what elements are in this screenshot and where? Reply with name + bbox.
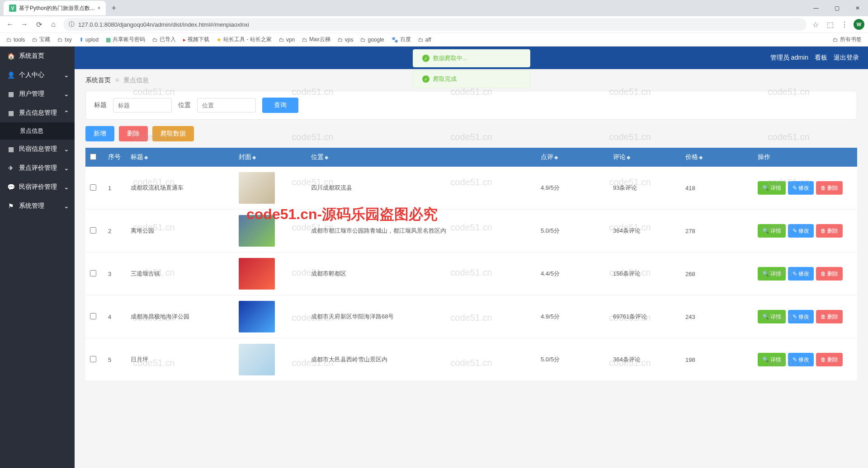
browser-tab[interactable]: V 基于Python的热门旅游景点数... × <box>4 1 106 15</box>
cell-reviews: 69761条评论 <box>609 295 681 338</box>
bookmark-item[interactable]: 🗀tools <box>4 36 28 44</box>
address-bar: ← → ⟳ ⌂ ⓘ 127.0.0.1:8080/djangoqo04n/adm… <box>0 16 868 33</box>
row-delete-button[interactable]: 🗑删除 <box>816 224 843 238</box>
col-title[interactable]: 标题◆ <box>126 148 234 167</box>
row-checkbox[interactable] <box>90 356 96 362</box>
new-tab-button[interactable]: + <box>106 4 122 13</box>
sidebar-item-system[interactable]: ⚑ 系统管理 <box>0 197 75 215</box>
row-checkbox[interactable] <box>90 313 96 319</box>
row-delete-button[interactable]: 🗑删除 <box>816 181 843 195</box>
select-all-checkbox[interactable] <box>90 154 96 160</box>
cell-index: 1 <box>104 167 126 210</box>
close-window-icon[interactable]: ✕ <box>847 0 868 16</box>
profile-avatar[interactable]: W <box>854 19 864 30</box>
detail-button[interactable]: 🔍详情 <box>758 224 786 238</box>
menu-icon[interactable]: ⋮ <box>839 19 850 30</box>
share-icon[interactable]: ☆ <box>810 19 821 30</box>
sidebar-item-users[interactable]: ▦ 用户管理 <box>0 84 75 103</box>
app-container: 🏠 系统首页 👤 个人中心 ▦ 用户管理 ▦ 景点信息管理 景点信息 ▦ 民宿信… <box>0 47 868 468</box>
user-label[interactable]: 管理员 admin <box>770 54 808 62</box>
sidebar-item-personal[interactable]: 👤 个人中心 <box>0 66 75 84</box>
bookmark-item[interactable]: 🗀vpn <box>276 36 297 44</box>
bookmark-item[interactable]: 🐾百度 <box>389 35 414 44</box>
bookmark-item[interactable]: ⬆uplod <box>76 36 101 44</box>
search-label-title: 标题 <box>94 101 107 109</box>
bookmark-item[interactable]: 🗀宝藏 <box>29 35 53 44</box>
col-cover[interactable]: 封面◆ <box>234 148 307 167</box>
bookmark-item[interactable]: ▸视频下载 <box>180 35 212 44</box>
sidebar-item-homestay-review[interactable]: 💬 民宿评价管理 <box>0 178 75 197</box>
maximize-icon[interactable]: ▢ <box>826 0 847 16</box>
forward-icon[interactable]: → <box>18 18 31 31</box>
search-icon: 🔍 <box>762 356 769 363</box>
col-rating[interactable]: 点评◆ <box>536 148 609 167</box>
site-info-icon[interactable]: ⓘ <box>69 20 75 28</box>
cell-cover <box>234 167 307 210</box>
col-index[interactable]: 序号 <box>104 148 126 167</box>
back-icon[interactable]: ← <box>4 18 16 31</box>
col-location[interactable]: 位置◆ <box>307 148 536 167</box>
dashboard-link[interactable]: 看板 <box>815 54 827 62</box>
trash-icon: 🗑 <box>821 185 826 191</box>
logout-link[interactable]: 退出登录 <box>834 54 859 62</box>
detail-button[interactable]: 🔍详情 <box>758 267 786 281</box>
window-controls: — ▢ ✕ <box>806 0 868 16</box>
edit-button[interactable]: ✎修改 <box>788 267 814 281</box>
detail-button[interactable]: 🔍详情 <box>758 353 786 366</box>
home-icon[interactable]: ⌂ <box>47 18 60 31</box>
sidebar-item-home[interactable]: 🏠 系统首页 <box>0 47 75 66</box>
col-reviews[interactable]: 评论◆ <box>609 148 681 167</box>
table-row: 5 日月坪 成都市大邑县西岭雪山景区内 5.0/5分 364条评论 198 🔍详… <box>85 338 857 381</box>
bookmark-item[interactable]: 🗀Max云梯 <box>299 35 333 44</box>
minimize-icon[interactable]: — <box>806 0 826 16</box>
cell-index: 4 <box>104 295 126 338</box>
edit-button[interactable]: ✎修改 <box>788 224 814 238</box>
edit-icon: ✎ <box>793 228 797 234</box>
bookmark-item[interactable]: ★站长工具 - 站长之家 <box>214 35 274 44</box>
edit-button[interactable]: ✎修改 <box>788 353 814 366</box>
row-delete-button[interactable]: 🗑删除 <box>816 267 843 281</box>
edit-button[interactable]: ✎修改 <box>788 310 814 323</box>
sidebar-subitem-attraction-info[interactable]: 景点信息 <box>0 122 75 140</box>
all-bookmarks[interactable]: 🗀所有书签 <box>830 35 864 44</box>
bookmark-item[interactable]: ▦共享账号密码 <box>103 35 148 44</box>
row-delete-button[interactable]: 🗑删除 <box>816 310 843 323</box>
sidebar-item-attractions[interactable]: ▦ 景点信息管理 <box>0 103 75 122</box>
search-input-title[interactable] <box>113 98 172 112</box>
bookmark-item[interactable]: 🗀aff <box>415 36 434 44</box>
row-delete-button[interactable]: 🗑删除 <box>816 353 843 366</box>
bookmark-item[interactable]: 🗀vps <box>335 36 356 44</box>
row-checkbox[interactable] <box>90 270 96 276</box>
row-checkbox[interactable] <box>90 184 96 191</box>
sidebar-item-attraction-review[interactable]: ✈ 景点评价管理 <box>0 159 75 178</box>
table-header: 序号 标题◆ 封面◆ 位置◆ 点评◆ 评论◆ 价格◆ 操作 <box>85 148 857 167</box>
data-table: 序号 标题◆ 封面◆ 位置◆ 点评◆ 评论◆ 价格◆ 操作 1 成都双流机场直通… <box>85 148 857 381</box>
row-checkbox[interactable] <box>90 227 96 234</box>
bookmark-item[interactable]: 🗀txy <box>55 36 74 44</box>
query-button[interactable]: 查询 <box>262 98 298 113</box>
breadcrumb-root[interactable]: 系统首页 <box>85 76 111 84</box>
col-price[interactable]: 价格◆ <box>681 148 753 167</box>
cell-location: 成都市郫都区 <box>307 253 536 295</box>
tab-bar: V 基于Python的热门旅游景点数... × + — ▢ ✕ <box>0 0 868 16</box>
search-input-location[interactable] <box>197 98 256 112</box>
folder-icon: 🗀 <box>833 37 838 43</box>
delete-button[interactable]: 删除 <box>119 126 148 141</box>
folder-icon: 🗀 <box>418 37 424 43</box>
crawl-button[interactable]: 爬取数据 <box>152 126 194 141</box>
folder-icon: 🗀 <box>360 37 366 43</box>
sidebar-item-homestay[interactable]: ▦ 民宿信息管理 <box>0 140 75 159</box>
url-bar[interactable]: ⓘ 127.0.0.1:8080/djangoqo04n/admin/dist/… <box>63 18 807 31</box>
detail-button[interactable]: 🔍详情 <box>758 310 786 323</box>
row-actions: 🔍详情 ✎修改 🗑删除 <box>758 267 853 281</box>
edit-button[interactable]: ✎修改 <box>788 181 814 195</box>
extensions-icon[interactable]: ⬚ <box>825 19 835 30</box>
detail-button[interactable]: 🔍详情 <box>758 181 786 195</box>
toast-text: 爬取完成 <box>433 75 457 83</box>
bookmark-item[interactable]: 🗀google <box>358 36 387 44</box>
bookmark-item[interactable]: 🗀已导入 <box>150 35 179 44</box>
tab-close-icon[interactable]: × <box>97 5 100 11</box>
add-button[interactable]: 新增 <box>85 126 114 141</box>
reload-icon[interactable]: ⟳ <box>33 18 45 31</box>
cell-price: 243 <box>681 295 753 338</box>
